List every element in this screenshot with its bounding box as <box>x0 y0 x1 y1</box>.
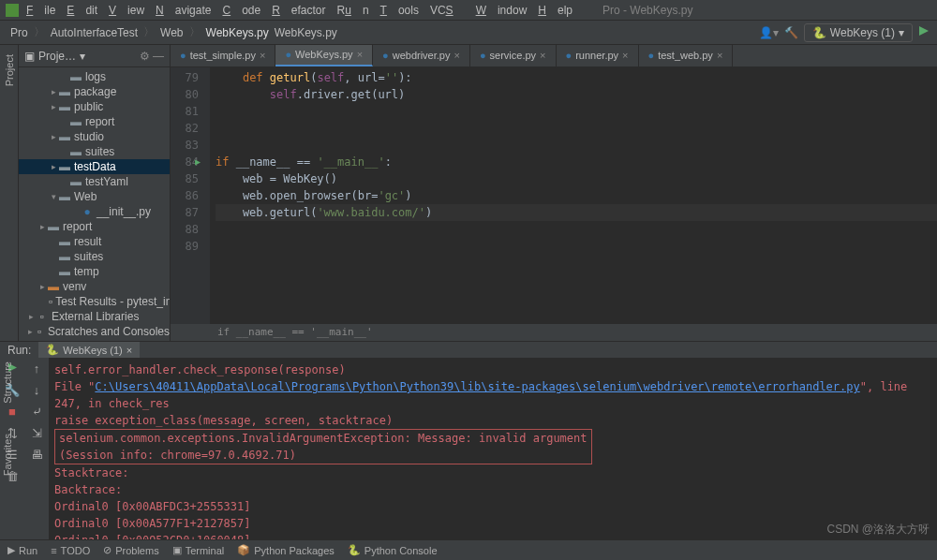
run-button[interactable] <box>918 25 930 39</box>
tool-project[interactable]: Project <box>2 49 17 92</box>
menu-help[interactable]: Help <box>538 4 573 17</box>
build-icon[interactable]: 🔨 <box>784 26 798 39</box>
down-icon[interactable]: ↓ <box>34 383 40 397</box>
expand-arrow-icon[interactable]: ▸ <box>49 162 58 171</box>
menu-edit[interactable]: Edit <box>67 4 97 17</box>
bottom-todo[interactable]: ≡ TODO <box>51 545 90 556</box>
project-label: Proje… <box>38 50 76 63</box>
python-icon: 🐍 <box>812 26 826 39</box>
breadcrumb: Pro〉 AutoInterfaceTest〉 Web〉 WebKeys.pyW… <box>7 24 340 40</box>
scroll-icon[interactable]: ⇲ <box>32 426 42 440</box>
tree-item[interactable]: ▸▫External Libraries <box>19 309 170 324</box>
expand-arrow-icon[interactable]: ▸ <box>26 312 36 321</box>
editor-tab[interactable]: ●test_simple.py× <box>171 45 275 66</box>
menu-file[interactable]: File <box>26 4 55 17</box>
crumb-1[interactable]: AutoInterfaceTest <box>51 26 138 39</box>
tree-item[interactable]: ▸▬public <box>19 99 170 114</box>
bottom-py-packages[interactable]: 📦 Python Packages <box>237 544 335 556</box>
tree-item[interactable]: ▸▬venv <box>19 279 170 294</box>
close-icon[interactable]: × <box>622 50 628 61</box>
menu-view[interactable]: View <box>109 4 144 17</box>
folder-icon: ▬ <box>58 85 71 98</box>
expand-arrow-icon[interactable]: ▸ <box>37 282 47 291</box>
bottom-terminal[interactable]: ▣ Terminal <box>172 544 225 556</box>
file-link[interactable]: C:\Users\40411\AppData\Local\Programs\Py… <box>95 380 859 393</box>
user-icon[interactable]: 👤▾ <box>759 26 779 39</box>
tree-item[interactable]: ▸▫Scratches and Consoles <box>19 324 170 339</box>
tree-item[interactable]: ▬result <box>19 234 170 249</box>
tree-item[interactable]: ▾▬Web <box>19 189 170 204</box>
editor-tab[interactable]: ●service.py× <box>470 45 557 66</box>
python-file-icon: ● <box>382 50 389 61</box>
menu-tools[interactable]: Tools <box>380 4 419 17</box>
expand-arrow-icon[interactable]: ▸ <box>37 222 47 231</box>
close-icon[interactable]: × <box>454 50 459 61</box>
tree-item[interactable]: ▸▬report <box>19 219 170 234</box>
tree-label: logs <box>85 70 106 83</box>
bottom-problems[interactable]: ⊘ Problems <box>103 544 158 556</box>
close-icon[interactable]: × <box>540 50 545 61</box>
tree-item[interactable]: ▬temp <box>19 264 170 279</box>
tree-item[interactable]: ▸▬studio <box>19 129 170 144</box>
bottom-run[interactable]: ▶ Run <box>7 544 37 556</box>
tree-item[interactable]: ▬report <box>19 114 170 129</box>
menu-refactor[interactable]: Refactor <box>272 4 325 17</box>
menu-navigate[interactable]: Navigate <box>156 4 211 17</box>
console-output[interactable]: self.error_handler.check_response(respon… <box>49 358 937 560</box>
tree-item[interactable]: ▬suites <box>19 249 170 264</box>
python-icon: 🐍 <box>46 344 59 356</box>
expand-arrow-icon[interactable]: ▾ <box>49 192 58 201</box>
tree-item[interactable]: ●__init__.py <box>19 204 170 219</box>
tool-structure[interactable]: Structure <box>0 356 15 409</box>
crumb-3[interactable]: WebKeys.py <box>206 26 269 39</box>
tree-label: report <box>85 115 114 128</box>
tool-favorites[interactable]: Favorites <box>0 428 15 481</box>
menu-vcs[interactable]: VCS <box>430 4 465 17</box>
project-header[interactable]: ▣ Proje… ▾ ⚙ — <box>19 45 170 67</box>
menu-run[interactable]: Run <box>337 4 369 17</box>
expand-arrow-icon[interactable]: ▸ <box>26 327 34 336</box>
run-tab[interactable]: 🐍 WebKeys (1) × <box>38 342 140 358</box>
run-panel-label: Run: <box>7 344 31 357</box>
expand-arrow-icon[interactable]: ▸ <box>49 87 58 96</box>
expand-arrow-icon[interactable]: ▸ <box>49 102 58 111</box>
close-icon[interactable]: × <box>126 345 132 356</box>
run-config-selector[interactable]: 🐍 WebKeys (1) ▾ <box>804 23 913 42</box>
menu-window[interactable]: Window <box>476 4 528 17</box>
project-icon: ▣ <box>24 50 35 63</box>
editor-tab[interactable]: ●runner.py× <box>557 45 639 66</box>
code-breadcrumb[interactable]: if __name__ == '__main__' <box>171 324 937 341</box>
tab-label: webdriver.py <box>393 50 451 61</box>
tree-label: temp <box>74 265 99 278</box>
crumb-0[interactable]: Pro <box>10 26 28 39</box>
close-icon[interactable]: × <box>260 50 265 61</box>
editor-tab[interactable]: ●WebKeys.py× <box>275 45 373 66</box>
bottom-py-console[interactable]: 🐍 Python Console <box>348 544 438 556</box>
tree-item[interactable]: ▬testYaml <box>19 174 170 189</box>
tree-label: __init__.py <box>97 205 151 218</box>
code-body[interactable]: def geturl(self, url=''): self.driver.ge… <box>210 67 937 324</box>
tree-item[interactable]: ▫Test Results - pytest_in_te <box>19 294 170 309</box>
tree-item[interactable]: ▬logs <box>19 69 170 84</box>
tree-item[interactable]: ▬suites <box>19 144 170 159</box>
python-file-icon: ● <box>81 205 94 218</box>
crumb-2[interactable]: Web <box>160 26 183 39</box>
left-tool-strip-lower: Structure Favorites <box>0 356 19 481</box>
expand-arrow-icon[interactable]: ▸ <box>49 132 58 141</box>
wrap-icon[interactable]: ⤶ <box>32 405 42 419</box>
app-logo-icon <box>6 4 19 17</box>
menu-code[interactable]: Code <box>222 4 260 17</box>
tree-item[interactable]: ▸▬testData <box>19 159 170 174</box>
close-icon[interactable]: × <box>717 50 722 61</box>
print-icon[interactable]: 🖶 <box>31 448 43 462</box>
editor-tab[interactable]: ●webdriver.py× <box>373 45 470 66</box>
tree-item[interactable]: ▸▬package <box>19 84 170 99</box>
editor-tab[interactable]: ●test_web.py× <box>639 45 734 66</box>
tree-label: Test Results - pytest_in_te <box>55 295 171 308</box>
close-icon[interactable]: × <box>357 49 363 60</box>
folder-icon: ▬ <box>58 100 71 113</box>
tree-label: studio <box>74 130 104 143</box>
gear-icon[interactable]: ⚙ — <box>140 50 164 63</box>
gutter-run-icon[interactable]: ▶ <box>195 154 201 170</box>
up-icon[interactable]: ↑ <box>34 361 40 376</box>
